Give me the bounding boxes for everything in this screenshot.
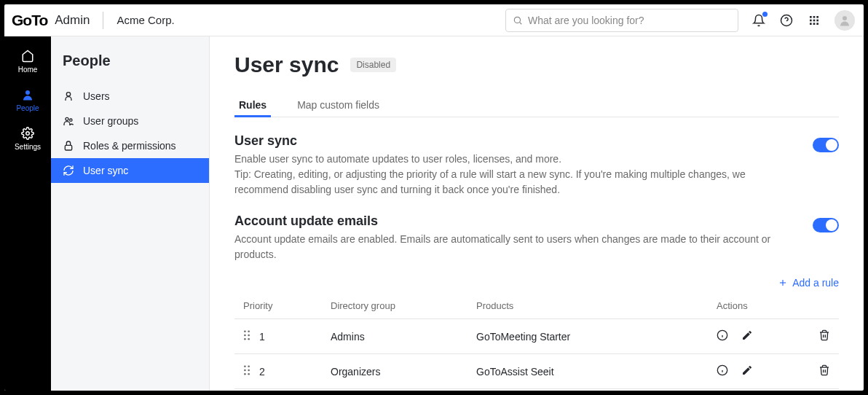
tab-map-custom-fields[interactable]: Map custom fields — [293, 93, 384, 117]
svg-rect-4 — [810, 16, 812, 18]
sync-icon — [63, 165, 74, 176]
svg-rect-11 — [813, 23, 816, 25]
page-title: User sync — [234, 52, 339, 77]
cell-products: GoToAssist Seeit — [467, 354, 708, 389]
status-badge: Disabled — [350, 58, 396, 72]
user-sync-toggle[interactable] — [813, 138, 839, 152]
sidebar-item-users[interactable]: Users — [51, 84, 209, 109]
add-rule-label: Add a rule — [792, 277, 839, 289]
plus-icon — [778, 278, 788, 288]
logo: GoTo Admin — [4, 12, 90, 29]
svg-point-35 — [244, 373, 246, 375]
info-icon[interactable] — [717, 329, 728, 343]
section-title: Account update emails — [234, 214, 798, 229]
svg-point-33 — [244, 369, 246, 372]
cell-group: Admins — [322, 319, 467, 354]
svg-point-15 — [26, 132, 30, 136]
section-desc-tip: Tip: Creating, editing, or adjusting the… — [234, 167, 798, 198]
divider — [103, 12, 103, 29]
svg-point-26 — [244, 338, 246, 340]
home-icon — [21, 50, 34, 63]
table-row: 2 Organizers GoToAssist Seeit — [234, 354, 839, 389]
svg-rect-5 — [813, 16, 816, 18]
top-actions — [751, 10, 855, 31]
cell-products: GoToMeeting Starter — [467, 319, 708, 354]
svg-line-1 — [520, 22, 522, 24]
avatar[interactable] — [835, 10, 855, 31]
info-icon[interactable] — [717, 364, 728, 378]
svg-rect-8 — [813, 19, 816, 21]
svg-point-36 — [248, 373, 250, 375]
search-wrap — [505, 9, 738, 32]
svg-rect-7 — [810, 19, 812, 21]
nav-label: Home — [18, 66, 38, 74]
svg-point-24 — [244, 335, 246, 337]
gear-icon — [21, 127, 34, 140]
svg-point-31 — [244, 365, 246, 367]
table-row: 1 Admins GoToMeeting Starter — [234, 319, 839, 354]
sidebar: People Users User groups Roles & permiss… — [51, 36, 210, 391]
svg-point-16 — [66, 93, 70, 96]
sidebar-item-user-groups[interactable]: User groups — [51, 109, 209, 133]
notifications-icon[interactable] — [751, 13, 766, 28]
topbar: GoTo Admin Acme Corp. — [4, 4, 864, 36]
tabs: Rules Map custom fields — [234, 93, 839, 117]
sidebar-item-user-sync[interactable]: User sync — [51, 158, 209, 183]
priority-value: 2 — [259, 366, 265, 378]
add-rule-button[interactable]: Add a rule — [778, 277, 839, 289]
svg-point-25 — [248, 335, 250, 337]
sidebar-item-label: Roles & permissions — [83, 140, 176, 152]
content: User sync Disabled Rules Map custom fiel… — [210, 36, 864, 391]
delete-icon[interactable] — [818, 367, 830, 378]
notification-dot — [762, 12, 768, 17]
tab-rules[interactable]: Rules — [234, 93, 271, 117]
nav-label: People — [16, 104, 39, 112]
sidebar-item-label: User groups — [83, 115, 138, 127]
edit-icon[interactable] — [741, 364, 753, 378]
svg-point-27 — [248, 338, 250, 340]
svg-rect-12 — [816, 23, 818, 25]
svg-point-14 — [25, 90, 30, 95]
sidebar-item-label: Users — [83, 90, 110, 102]
section-desc: Account update emails are enabled. Email… — [234, 232, 798, 262]
svg-point-34 — [248, 369, 250, 372]
th-delete — [795, 293, 839, 319]
nav-home[interactable]: Home — [4, 50, 51, 74]
section-desc: Enable user sync to automate updates to … — [234, 152, 798, 167]
edit-icon[interactable] — [741, 329, 753, 343]
apps-icon[interactable] — [807, 13, 821, 28]
user-icon — [63, 90, 74, 102]
section-title: User sync — [234, 133, 798, 149]
people-icon — [21, 88, 34, 101]
search-icon — [513, 15, 523, 26]
table-actions: Add a rule — [234, 277, 839, 289]
th-products: Products — [467, 293, 708, 319]
svg-rect-19 — [65, 145, 71, 150]
svg-rect-10 — [810, 23, 812, 25]
nav-people[interactable]: People — [4, 88, 51, 112]
svg-point-0 — [514, 17, 520, 23]
nav-label: Settings — [15, 143, 41, 151]
drag-handle-icon[interactable] — [243, 365, 250, 378]
help-icon[interactable] — [779, 13, 794, 28]
th-priority: Priority — [234, 293, 322, 319]
section-user-sync: User sync Enable user sync to automate u… — [234, 133, 839, 198]
users-icon — [63, 115, 74, 127]
th-actions: Actions — [708, 293, 795, 319]
sidebar-item-roles[interactable]: Roles & permissions — [51, 133, 209, 158]
section-account-emails: Account update emails Account update ema… — [234, 214, 839, 262]
rules-table: Priority Directory group Products Action… — [234, 293, 839, 389]
logo-admin-label: Admin — [55, 13, 90, 28]
cell-group: Organizers — [322, 354, 467, 389]
svg-point-17 — [66, 117, 68, 120]
svg-point-18 — [70, 119, 72, 121]
delete-icon[interactable] — [818, 332, 830, 343]
th-directory-group: Directory group — [322, 293, 467, 319]
svg-rect-9 — [816, 19, 818, 21]
org-name: Acme Corp. — [117, 14, 174, 26]
account-emails-toggle[interactable] — [813, 218, 839, 232]
sidebar-title: People — [51, 50, 209, 84]
nav-settings[interactable]: Settings — [4, 127, 51, 151]
drag-handle-icon[interactable] — [243, 330, 250, 343]
search-input[interactable] — [505, 9, 738, 32]
